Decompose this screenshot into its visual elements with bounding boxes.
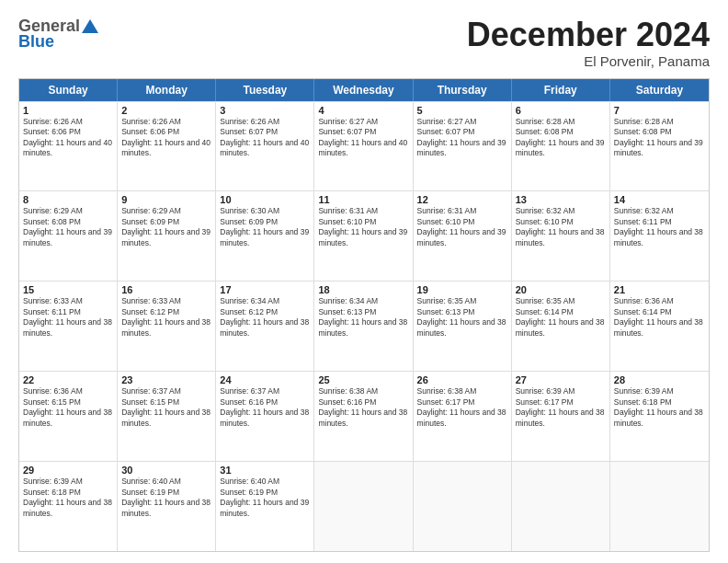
calendar-page: General Blue December 2024 El Porvenir, … xyxy=(0,0,728,563)
week-row-4: 22 Sunrise: 6:36 AMSunset: 6:15 PMDaylig… xyxy=(19,371,709,461)
logo-blue-text: Blue xyxy=(18,32,54,52)
day-9: 9 Sunrise: 6:29 AMSunset: 6:09 PMDayligh… xyxy=(118,191,216,281)
day-3: 3 Sunrise: 6:26 AMSunset: 6:07 PMDayligh… xyxy=(216,102,314,191)
week-row-3: 15 Sunrise: 6:33 AMSunset: 6:11 PMDaylig… xyxy=(19,281,709,371)
day-22: 22 Sunrise: 6:36 AMSunset: 6:15 PMDaylig… xyxy=(19,372,118,461)
day-5: 5 Sunrise: 6:27 AMSunset: 6:07 PMDayligh… xyxy=(414,102,512,191)
day-11: 11 Sunrise: 6:31 AMSunset: 6:10 PMDaylig… xyxy=(314,191,413,281)
header-monday: Monday xyxy=(118,79,216,101)
day-10: 10 Sunrise: 6:30 AMSunset: 6:09 PMDaylig… xyxy=(216,191,314,281)
day-12: 12 Sunrise: 6:31 AMSunset: 6:10 PMDaylig… xyxy=(414,191,512,281)
calendar-header: Sunday Monday Tuesday Wednesday Thursday… xyxy=(19,79,709,101)
calendar: Sunday Monday Tuesday Wednesday Thursday… xyxy=(18,78,710,552)
day-15: 15 Sunrise: 6:33 AMSunset: 6:11 PMDaylig… xyxy=(19,282,118,371)
day-14: 14 Sunrise: 6:32 AMSunset: 6:11 PMDaylig… xyxy=(610,191,709,281)
header-wednesday: Wednesday xyxy=(314,79,413,101)
header-saturday: Saturday xyxy=(610,79,709,101)
day-24: 24 Sunrise: 6:37 AMSunset: 6:16 PMDaylig… xyxy=(216,372,314,461)
svg-marker-0 xyxy=(82,19,98,33)
day-2: 2 Sunrise: 6:26 AMSunset: 6:06 PMDayligh… xyxy=(118,102,216,191)
day-25: 25 Sunrise: 6:38 AMSunset: 6:16 PMDaylig… xyxy=(314,372,413,461)
day-7: 7 Sunrise: 6:28 AMSunset: 6:08 PMDayligh… xyxy=(610,102,709,191)
day-28: 28 Sunrise: 6:39 AMSunset: 6:18 PMDaylig… xyxy=(610,372,709,461)
day-31: 31 Sunrise: 6:40 AMSunset: 6:19 PMDaylig… xyxy=(216,462,314,551)
day-13: 13 Sunrise: 6:32 AMSunset: 6:10 PMDaylig… xyxy=(512,191,610,281)
day-16: 16 Sunrise: 6:33 AMSunset: 6:12 PMDaylig… xyxy=(118,282,216,371)
day-1: 1 Sunrise: 6:26 AMSunset: 6:06 PMDayligh… xyxy=(19,102,118,191)
day-19: 19 Sunrise: 6:35 AMSunset: 6:13 PMDaylig… xyxy=(414,282,512,371)
day-29: 29 Sunrise: 6:39 AMSunset: 6:18 PMDaylig… xyxy=(19,462,118,551)
calendar-body: 1 Sunrise: 6:26 AMSunset: 6:06 PMDayligh… xyxy=(19,101,709,551)
header-sunday: Sunday xyxy=(19,79,118,101)
week-row-2: 8 Sunrise: 6:29 AMSunset: 6:08 PMDayligh… xyxy=(19,190,709,281)
logo-icon xyxy=(81,17,99,36)
page-header: General Blue December 2024 El Porvenir, … xyxy=(18,17,710,69)
title-block: December 2024 El Porvenir, Panama xyxy=(467,17,710,69)
day-empty-3 xyxy=(512,462,610,551)
day-21: 21 Sunrise: 6:36 AMSunset: 6:14 PMDaylig… xyxy=(610,282,709,371)
day-18: 18 Sunrise: 6:34 AMSunset: 6:13 PMDaylig… xyxy=(314,282,413,371)
header-friday: Friday xyxy=(512,79,610,101)
week-row-1: 1 Sunrise: 6:26 AMSunset: 6:06 PMDayligh… xyxy=(19,101,709,191)
day-empty-2 xyxy=(414,462,512,551)
day-8: 8 Sunrise: 6:29 AMSunset: 6:08 PMDayligh… xyxy=(19,191,118,281)
day-23: 23 Sunrise: 6:37 AMSunset: 6:15 PMDaylig… xyxy=(118,372,216,461)
location-title: El Porvenir, Panama xyxy=(467,53,710,69)
day-empty-1 xyxy=(314,462,413,551)
day-6: 6 Sunrise: 6:28 AMSunset: 6:08 PMDayligh… xyxy=(512,102,610,191)
day-30: 30 Sunrise: 6:40 AMSunset: 6:19 PMDaylig… xyxy=(118,462,216,551)
header-thursday: Thursday xyxy=(414,79,512,101)
logo: General Blue xyxy=(18,17,100,52)
header-tuesday: Tuesday xyxy=(216,79,314,101)
day-4: 4 Sunrise: 6:27 AMSunset: 6:07 PMDayligh… xyxy=(314,102,413,191)
month-title: December 2024 xyxy=(467,17,710,53)
day-empty-4 xyxy=(610,462,709,551)
week-row-5: 29 Sunrise: 6:39 AMSunset: 6:18 PMDaylig… xyxy=(19,461,709,551)
day-20: 20 Sunrise: 6:35 AMSunset: 6:14 PMDaylig… xyxy=(512,282,610,371)
day-26: 26 Sunrise: 6:38 AMSunset: 6:17 PMDaylig… xyxy=(414,372,512,461)
day-27: 27 Sunrise: 6:39 AMSunset: 6:17 PMDaylig… xyxy=(512,372,610,461)
day-17: 17 Sunrise: 6:34 AMSunset: 6:12 PMDaylig… xyxy=(216,282,314,371)
